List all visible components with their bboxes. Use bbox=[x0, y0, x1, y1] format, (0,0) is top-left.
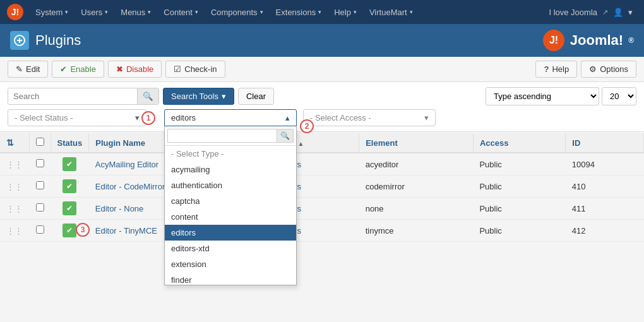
col-access: Access bbox=[473, 133, 565, 153]
chevron-down-icon: ▾ bbox=[148, 9, 151, 15]
plugin-name-link[interactable]: Editor - CodeMirror bbox=[95, 182, 165, 191]
status-enabled-icon[interactable]: ✔ bbox=[63, 224, 76, 237]
row-checkbox[interactable] bbox=[36, 225, 44, 234]
row-checkbox[interactable] bbox=[36, 159, 44, 167]
checkin-button[interactable]: ☑ Check-in bbox=[165, 61, 225, 78]
table-container: ⇅ Status Plugin Name Type ▲ Element Acce… bbox=[0, 133, 644, 242]
search-area: 🔍 Search Tools ▾ Clear Type ascendingTyp… bbox=[0, 82, 644, 132]
row-checkbox-cell bbox=[29, 198, 51, 220]
x-icon: ✖ bbox=[116, 64, 123, 74]
sort-controls: Type ascendingType descendingName ascend… bbox=[486, 87, 636, 105]
type-item-captcha[interactable]: captcha bbox=[165, 193, 296, 209]
top-navigation: J! System ▾ Users ▾ Menus ▾ Content ▾ Co… bbox=[0, 0, 644, 24]
clear-button[interactable]: Clear bbox=[238, 88, 274, 105]
drag-handle-icon: ⋮⋮ bbox=[6, 160, 23, 169]
row-access-cell: Public bbox=[473, 220, 565, 242]
nav-extensions[interactable]: Extensions ▾ bbox=[270, 0, 328, 24]
annotation-badge-2: 2 bbox=[300, 119, 314, 133]
nav-menus[interactable]: Menus ▾ bbox=[114, 0, 157, 24]
row-checkbox-cell bbox=[29, 176, 51, 198]
chevron-down-icon: ▾ bbox=[354, 9, 357, 15]
plugin-name-link[interactable]: Editor - TinyMCE bbox=[95, 226, 157, 236]
status-enabled-icon[interactable]: ✔ bbox=[63, 179, 76, 193]
type-filter-wrap: editors ▴ 🔍 - Select Type - acymailing a… bbox=[164, 109, 297, 126]
plugin-name-link[interactable]: AcyMailing Editor bbox=[95, 160, 158, 169]
drag-handle-icon: ⋮⋮ bbox=[6, 182, 23, 191]
search-tools-button[interactable]: Search Tools ▾ bbox=[163, 88, 234, 105]
type-list: - Select Type - acymailing authenticatio… bbox=[165, 146, 296, 285]
user-info: I love Joomla ↗ 👤 ▾ bbox=[542, 8, 639, 17]
gear-icon: ⚙ bbox=[589, 64, 597, 74]
status-select[interactable]: - Select Status - ▾ bbox=[8, 109, 146, 126]
nav-content[interactable]: Content ▾ bbox=[157, 0, 205, 24]
type-item-editors[interactable]: editors bbox=[165, 225, 296, 241]
search-submit-button[interactable]: 🔍 bbox=[137, 88, 158, 104]
select-all-checkbox[interactable] bbox=[36, 138, 44, 146]
type-item-placeholder[interactable]: - Select Type - bbox=[165, 146, 296, 162]
row-status-cell: ✔ bbox=[51, 153, 89, 176]
plugin-name-link[interactable]: Editor - None bbox=[95, 204, 144, 213]
type-item-editors-xtd[interactable]: editors-xtd bbox=[165, 241, 296, 256]
type-item-finder[interactable]: finder bbox=[165, 272, 296, 285]
table-row: ⋮⋮ ✔ Editor - TinyMCE editors tinymce Pu… bbox=[0, 220, 644, 242]
edit-button[interactable]: Edit bbox=[8, 61, 48, 78]
nav-components[interactable]: Components ▾ bbox=[205, 0, 270, 24]
help-button[interactable]: ? Help bbox=[535, 61, 577, 78]
access-select[interactable]: - Select Access - ▾ bbox=[303, 109, 436, 126]
type-item-acymailing[interactable]: acymailing bbox=[165, 162, 296, 177]
type-item-extension[interactable]: extension bbox=[165, 256, 296, 272]
drag-handle-cell: ⋮⋮ bbox=[0, 220, 29, 242]
search-input-wrap: 🔍 bbox=[8, 88, 159, 105]
chevron-down-icon: ▾ bbox=[628, 8, 633, 17]
nav-system[interactable]: System ▾ bbox=[29, 0, 75, 24]
type-search-row: 🔍 bbox=[165, 126, 296, 146]
status-enabled-icon[interactable]: ✔ bbox=[63, 157, 76, 171]
annotation-badge-1: 1 bbox=[141, 111, 155, 125]
enable-button[interactable]: ✔ Enable bbox=[52, 61, 104, 78]
row-access-cell: Public bbox=[473, 153, 565, 176]
search-row: 🔍 Search Tools ▾ Clear Type ascendingTyp… bbox=[8, 87, 636, 105]
row-checkbox-cell bbox=[29, 220, 51, 242]
type-item-authentication[interactable]: authentication bbox=[165, 177, 296, 193]
sort-asc-icon: ▲ bbox=[298, 140, 304, 147]
row-checkbox-cell bbox=[29, 153, 51, 176]
table-header-row: ⇅ Status Plugin Name Type ▲ Element Acce… bbox=[0, 133, 644, 153]
chevron-down-icon: ▾ bbox=[424, 113, 429, 122]
col-status: Status bbox=[51, 133, 89, 153]
count-select[interactable]: 51015202550100 bbox=[602, 87, 636, 105]
search-icon: 🔍 bbox=[277, 129, 294, 143]
row-checkbox[interactable] bbox=[36, 181, 44, 189]
disable-button[interactable]: ✖ Disable bbox=[108, 61, 162, 78]
type-select-trigger[interactable]: editors ▴ bbox=[164, 109, 297, 126]
sort-select[interactable]: Type ascendingType descendingName ascend… bbox=[486, 87, 599, 105]
nav-users[interactable]: Users ▾ bbox=[75, 0, 114, 24]
options-button[interactable]: ⚙ Options bbox=[581, 61, 636, 78]
status-enabled-icon[interactable]: ✔ bbox=[63, 201, 76, 215]
search-input[interactable] bbox=[8, 88, 137, 104]
toolbar: Edit ✔ Enable ✖ Disable ☑ Check-in ? Hel… bbox=[0, 57, 644, 82]
user-icon[interactable]: 👤 bbox=[613, 8, 623, 17]
nav-virtuemart[interactable]: VirtueMart ▾ bbox=[363, 0, 419, 24]
type-dropdown: 🔍 - Select Type - acymailing authenticat… bbox=[164, 126, 297, 285]
chevron-down-icon: ▾ bbox=[65, 9, 68, 15]
type-search-input[interactable] bbox=[167, 129, 277, 143]
row-checkbox[interactable] bbox=[36, 203, 44, 212]
drag-handle-icon: ⋮⋮ bbox=[6, 204, 23, 213]
status-filter-wrap: - Select Status - ▾ 1 bbox=[8, 109, 146, 126]
plugins-table: ⇅ Status Plugin Name Type ▲ Element Acce… bbox=[0, 133, 644, 242]
col-element: Element bbox=[359, 133, 474, 153]
drag-handle-cell: ⋮⋮ bbox=[0, 198, 29, 220]
help-icon: ? bbox=[544, 64, 549, 74]
page-title: Plugins bbox=[35, 32, 81, 49]
type-item-content[interactable]: content bbox=[165, 209, 296, 225]
chevron-down-icon: ▾ bbox=[222, 92, 226, 101]
row-id-cell: 412 bbox=[566, 220, 644, 242]
row-id-cell: 410 bbox=[566, 176, 644, 198]
nav-help[interactable]: Help ▾ bbox=[328, 0, 363, 24]
filter-row: - Select Status - ▾ 1 editors ▴ 🔍 - Sele… bbox=[8, 109, 636, 126]
row-id-cell: 411 bbox=[566, 198, 644, 220]
row-access-cell: Public bbox=[473, 176, 565, 198]
search-icon: 🔍 bbox=[143, 92, 153, 101]
table-row: ⋮⋮ ✔ Editor - None editors none Public 4… bbox=[0, 198, 644, 220]
row-element-cell: acyeditor bbox=[359, 153, 474, 176]
